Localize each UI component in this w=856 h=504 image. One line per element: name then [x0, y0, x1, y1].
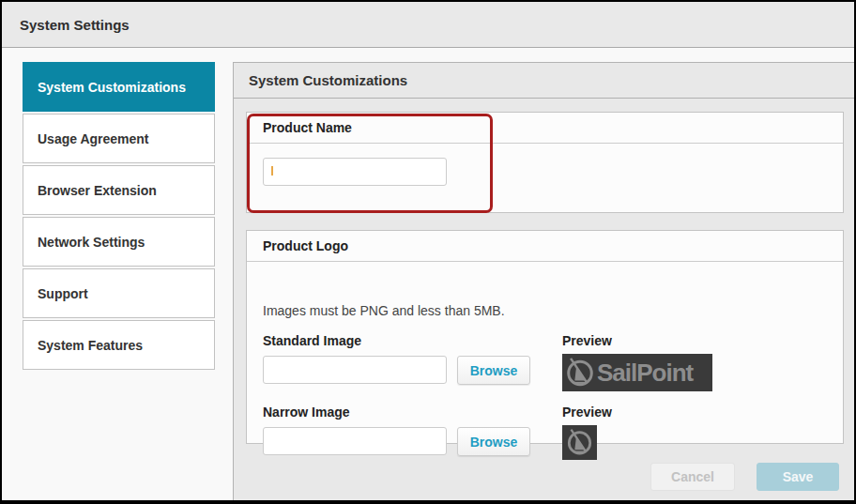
narrow-image-input[interactable]: [263, 427, 447, 455]
product-logo-section-title: Product Logo: [247, 231, 843, 262]
sailpoint-sail-icon: [565, 428, 594, 457]
sidebar-item-label: Support: [38, 286, 88, 301]
sailpoint-logo-standard-preview: SailPoint: [562, 354, 712, 391]
sidebar-item-label: System Customizations: [38, 80, 186, 95]
sidebar-item-system-features[interactable]: System Features: [23, 320, 215, 370]
sidebar-item-label: Network Settings: [38, 235, 145, 250]
standard-image-label: Standard Image: [263, 333, 361, 348]
narrow-image-label: Narrow Image: [263, 405, 350, 420]
sidebar-item-usage-agreement[interactable]: Usage Agreement: [23, 114, 215, 163]
narrow-image-browse-button[interactable]: Browse: [457, 427, 530, 456]
cancel-button[interactable]: Cancel: [650, 463, 735, 491]
standard-image-browse-button[interactable]: Browse: [457, 356, 530, 385]
text-cursor-mark: [271, 166, 273, 176]
sidebar-item-label: Browser Extension: [38, 183, 157, 198]
main-panel-header: System Customizations: [234, 63, 854, 99]
page-title: System Settings: [2, 2, 854, 48]
sidebar-item-network-settings[interactable]: Network Settings: [23, 217, 215, 267]
product-logo-section: Product Logo Images must be PNG and less…: [246, 230, 844, 444]
sailpoint-logo-text: SailPoint: [597, 354, 693, 391]
product-name-input[interactable]: [263, 158, 447, 186]
sidebar-item-label: System Features: [38, 338, 143, 353]
product-name-section: Product Name: [246, 112, 844, 213]
sailpoint-logo-narrow-preview: [562, 425, 597, 460]
sidebar-item-system-customizations[interactable]: System Customizations: [23, 62, 215, 112]
sidebar-item-label: Usage Agreement: [38, 131, 149, 146]
logo-requirements-note: Images must be PNG and less than 5MB.: [263, 303, 505, 318]
main-panel: System Customizations Product Name Produ…: [233, 62, 854, 500]
sailpoint-sail-icon: [564, 357, 596, 389]
settings-sidebar: System Customizations Usage Agreement Br…: [23, 62, 215, 372]
save-button[interactable]: Save: [757, 463, 839, 491]
sidebar-item-support[interactable]: Support: [23, 268, 215, 318]
main-panel-title: System Customizations: [249, 72, 407, 88]
page-header: System Settings: [2, 2, 854, 48]
sidebar-item-browser-extension[interactable]: Browser Extension: [23, 165, 215, 215]
standard-preview-label: Preview: [562, 333, 612, 348]
product-name-section-title: Product Name: [247, 113, 843, 144]
narrow-preview-label: Preview: [562, 405, 612, 420]
system-settings-window: System Settings System Customizations Us…: [0, 0, 856, 504]
standard-image-input[interactable]: [263, 356, 447, 384]
